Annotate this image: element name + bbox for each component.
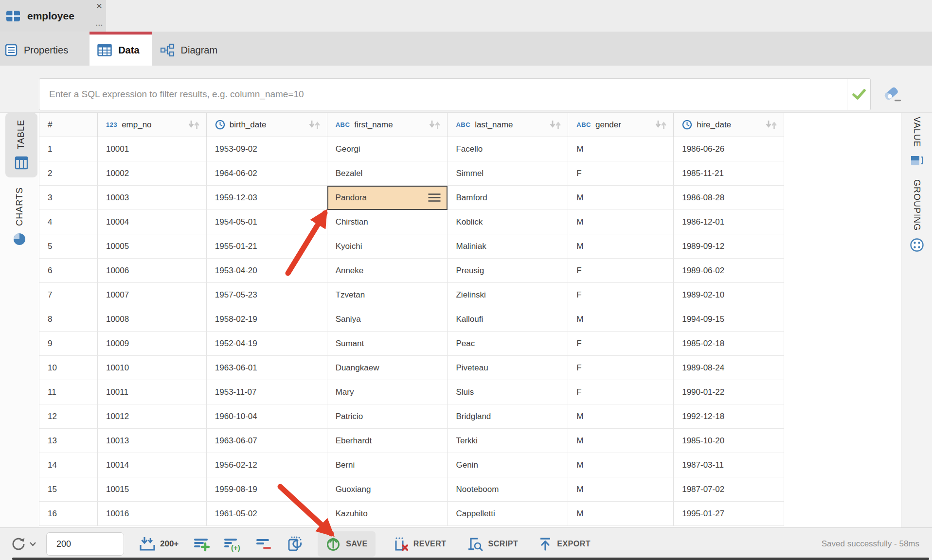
data-cell[interactable]: 1986-08-28 bbox=[674, 186, 784, 210]
row-number-cell[interactable]: 5 bbox=[39, 234, 98, 259]
data-cell[interactable]: Berni bbox=[327, 453, 448, 477]
row-number-cell[interactable]: 11 bbox=[39, 380, 98, 404]
data-cell[interactable]: Duangkaew bbox=[327, 356, 448, 380]
data-cell[interactable]: 1954-05-01 bbox=[207, 210, 327, 234]
sort-icon[interactable] bbox=[308, 120, 321, 129]
data-cell[interactable]: 1957-05-23 bbox=[207, 283, 327, 307]
data-cell[interactable]: 1989-09-12 bbox=[674, 234, 784, 259]
data-cell[interactable]: Mary bbox=[327, 380, 448, 404]
grouping-panel-toggle[interactable]: GROUPING bbox=[910, 179, 924, 252]
column-header-last_name[interactable]: ABClast_name bbox=[448, 113, 568, 137]
row-number-cell[interactable]: 12 bbox=[39, 404, 98, 429]
revert-button[interactable]: REVERT bbox=[385, 531, 454, 557]
data-cell[interactable]: M bbox=[568, 234, 674, 259]
data-cell[interactable]: 1990-01-22 bbox=[674, 380, 784, 404]
data-cell[interactable]: M bbox=[568, 404, 674, 429]
data-cell[interactable]: 1986-06-26 bbox=[674, 137, 784, 161]
selected-cell[interactable]: Pandora bbox=[327, 186, 448, 210]
tab-overflow-icon[interactable]: ... bbox=[95, 19, 103, 27]
data-cell[interactable]: Nooteboom bbox=[448, 477, 568, 502]
data-cell[interactable]: 10008 bbox=[98, 307, 207, 332]
data-cell[interactable]: M bbox=[568, 453, 674, 477]
data-cell[interactable]: 1963-06-01 bbox=[207, 356, 327, 380]
data-cell[interactable]: 1986-12-01 bbox=[674, 210, 784, 234]
data-cell[interactable]: Guoxiang bbox=[327, 477, 448, 502]
data-cell[interactable]: Tzvetan bbox=[327, 283, 448, 307]
data-cell[interactable]: Kalloufi bbox=[448, 307, 568, 332]
data-cell[interactable]: Kyoichi bbox=[327, 234, 448, 259]
data-cell[interactable]: Eberhardt bbox=[327, 429, 448, 453]
data-cell[interactable]: 1985-02-18 bbox=[674, 332, 784, 356]
data-cell[interactable]: 1953-11-07 bbox=[207, 380, 327, 404]
row-number-cell[interactable]: 15 bbox=[39, 477, 98, 502]
data-cell[interactable]: 10016 bbox=[98, 502, 207, 526]
data-cell[interactable]: Preusig bbox=[448, 259, 568, 283]
data-cell[interactable]: Saniya bbox=[327, 307, 448, 332]
data-cell[interactable]: 1964-06-02 bbox=[207, 161, 327, 186]
data-cell[interactable]: M bbox=[568, 210, 674, 234]
data-cell[interactable]: 10007 bbox=[98, 283, 207, 307]
data-cell[interactable]: 1992-12-18 bbox=[674, 404, 784, 429]
data-cell[interactable]: Georgi bbox=[327, 137, 448, 161]
data-cell[interactable]: M bbox=[568, 137, 674, 161]
data-cell[interactable]: M bbox=[568, 477, 674, 502]
column-header-hire_date[interactable]: hire_date bbox=[674, 113, 784, 137]
data-cell[interactable]: 1958-02-19 bbox=[207, 307, 327, 332]
data-cell[interactable]: Zielinski bbox=[448, 283, 568, 307]
refresh-structure-button[interactable] bbox=[286, 536, 303, 552]
data-cell[interactable]: Koblick bbox=[448, 210, 568, 234]
data-cell[interactable]: 10013 bbox=[98, 429, 207, 453]
sort-icon[interactable] bbox=[765, 120, 778, 129]
data-cell[interactable]: 1953-04-20 bbox=[207, 259, 327, 283]
save-button[interactable]: SAVE bbox=[318, 531, 375, 557]
data-cell[interactable]: 1955-01-21 bbox=[207, 234, 327, 259]
script-button[interactable]: SCRIPT bbox=[459, 531, 526, 557]
data-cell[interactable]: 10001 bbox=[98, 137, 207, 161]
row-number-cell[interactable]: 6 bbox=[39, 259, 98, 283]
data-cell[interactable]: M bbox=[568, 502, 674, 526]
data-cell[interactable]: 1989-06-02 bbox=[674, 259, 784, 283]
clear-filter-button[interactable] bbox=[878, 83, 907, 105]
sort-icon[interactable] bbox=[549, 120, 562, 129]
data-cell[interactable]: Terkki bbox=[448, 429, 568, 453]
row-number-cell[interactable]: 2 bbox=[39, 161, 98, 186]
delete-row-button[interactable] bbox=[255, 536, 273, 552]
data-cell[interactable]: F bbox=[568, 332, 674, 356]
column-header-rownum[interactable]: # bbox=[39, 113, 98, 137]
column-header-first_name[interactable]: ABCfirst_name bbox=[327, 113, 448, 137]
data-cell[interactable]: Kazuhito bbox=[327, 502, 448, 526]
data-cell[interactable]: 1989-08-24 bbox=[674, 356, 784, 380]
row-number-cell[interactable]: 16 bbox=[39, 502, 98, 526]
tab-diagram[interactable]: Diagram bbox=[152, 32, 234, 66]
row-number-cell[interactable]: 3 bbox=[39, 186, 98, 210]
sql-filter-input[interactable] bbox=[39, 79, 847, 110]
data-cell[interactable]: Bezalel bbox=[327, 161, 448, 186]
row-number-cell[interactable]: 13 bbox=[39, 429, 98, 453]
data-cell[interactable]: 1956-02-12 bbox=[207, 453, 327, 477]
data-cell[interactable]: F bbox=[568, 356, 674, 380]
data-cell[interactable]: Simmel bbox=[448, 161, 568, 186]
data-cell[interactable]: 1987-03-11 bbox=[674, 453, 784, 477]
data-cell[interactable]: 1989-02-10 bbox=[674, 283, 784, 307]
data-cell[interactable]: Peac bbox=[448, 332, 568, 356]
data-cell[interactable]: Maliniak bbox=[448, 234, 568, 259]
data-cell[interactable]: Bridgland bbox=[448, 404, 568, 429]
data-cell[interactable]: M bbox=[568, 186, 674, 210]
sort-icon[interactable] bbox=[429, 120, 441, 129]
data-cell[interactable]: 10014 bbox=[98, 453, 207, 477]
data-cell[interactable]: M bbox=[568, 307, 674, 332]
value-panel-toggle[interactable]: VALUE bbox=[910, 117, 924, 167]
data-cell[interactable]: Anneke bbox=[327, 259, 448, 283]
presentation-charts-toggle[interactable]: CHARTS bbox=[13, 187, 26, 246]
data-cell[interactable]: F bbox=[568, 283, 674, 307]
data-cell[interactable]: 10012 bbox=[98, 404, 207, 429]
column-header-birth_date[interactable]: birth_date bbox=[207, 113, 327, 137]
tab-data[interactable]: Data bbox=[90, 32, 152, 66]
row-limit-input[interactable] bbox=[46, 532, 124, 556]
data-cell[interactable]: Chirstian bbox=[327, 210, 448, 234]
fetch-next-page-button[interactable]: 200+ bbox=[139, 536, 179, 552]
data-cell[interactable]: 1952-04-19 bbox=[207, 332, 327, 356]
refresh-button[interactable] bbox=[11, 536, 36, 552]
data-cell[interactable]: 1985-11-21 bbox=[674, 161, 784, 186]
data-cell[interactable]: Bamford bbox=[448, 186, 568, 210]
